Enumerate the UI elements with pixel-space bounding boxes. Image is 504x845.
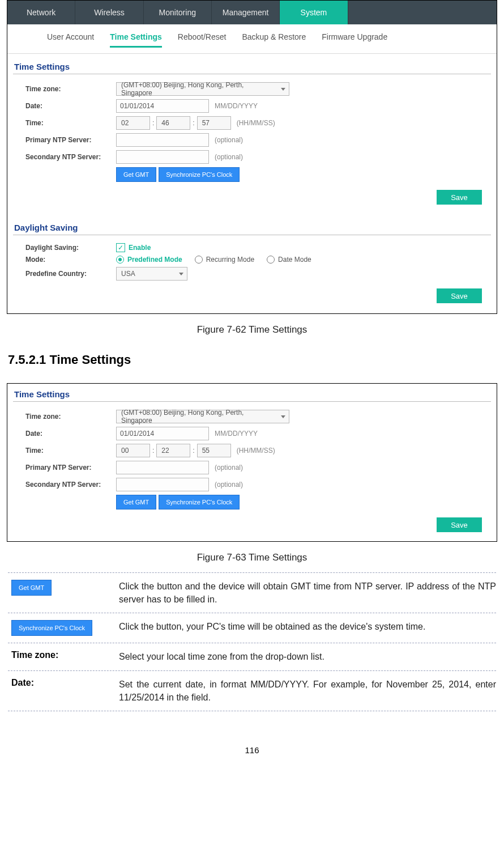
date-input[interactable] <box>116 99 209 113</box>
sub-time-settings[interactable]: Time Settings <box>110 30 162 48</box>
figure-1-panel: Network Wireless Monitoring Management S… <box>7 0 497 314</box>
fig2-time-ss-select[interactable]: 55 <box>197 444 231 457</box>
sub-user-account[interactable]: User Account <box>47 30 94 48</box>
fig2-date-label: Date: <box>13 430 116 438</box>
desc-key-timezone: Time zone: <box>11 650 58 660</box>
time-hint: (HH/MM/SS) <box>237 119 275 127</box>
sub-backup-restore[interactable]: Backup & Restore <box>242 30 306 48</box>
primary-ntp-hint: (optional) <box>215 136 243 144</box>
radio-predefined-mode[interactable]: Predefined Mode <box>116 256 182 264</box>
figure-1-caption: Figure 7-62 Time Settings <box>0 324 504 336</box>
nav-system[interactable]: System <box>280 1 348 24</box>
description-table: Get GMT Click the button and the device … <box>8 572 496 711</box>
predefine-country-dropdown[interactable]: USA <box>116 267 187 281</box>
fig2-timezone-dropdown[interactable]: (GMT+08:00) Beijing, Hong Kong, Perth, S… <box>116 410 289 423</box>
enable-checkbox[interactable]: ✓ <box>116 243 125 252</box>
enable-label: Enable <box>129 244 151 252</box>
desc-val-get-gmt: Click the button and the device will obt… <box>119 580 496 606</box>
sub-reboot-reset[interactable]: Reboot/Reset <box>178 30 227 48</box>
time-ss-select[interactable]: 57 <box>197 116 231 130</box>
chevron-down-icon <box>281 415 285 418</box>
nav-network[interactable]: Network <box>7 1 75 24</box>
save-button-daylight[interactable]: Save <box>437 288 482 303</box>
fig2-secondary-ntp-hint: (optional) <box>215 481 243 489</box>
timezone-value: (GMT+08:00) Beijing, Hong Kong, Perth, S… <box>121 81 275 97</box>
radio-recurring-mode[interactable]: Recurring Mode <box>195 256 254 264</box>
daylight-saving-title: Daylight Saving <box>13 217 491 235</box>
desc-key-date: Date: <box>11 678 34 688</box>
primary-ntp-label: Primary NTP Server: <box>13 136 116 144</box>
desc-row-date: Date: Set the current date, in format MM… <box>8 670 496 711</box>
fig2-time-hh-select[interactable]: 00 <box>116 444 150 457</box>
chevron-down-icon <box>281 88 285 91</box>
daylight-saving-section: Daylight Saving Daylight Saving: ✓ Enabl… <box>7 215 497 313</box>
time-mm-select[interactable]: 46 <box>156 116 190 130</box>
date-hint: MM/DD/YYYY <box>215 102 258 110</box>
daylight-saving-label: Daylight Saving: <box>13 244 116 252</box>
radio-date-mode[interactable]: Date Mode <box>267 256 311 264</box>
figure-2-caption: Figure 7-63 Time Settings <box>0 552 504 563</box>
fig2-sync-pc-clock-button[interactable]: Synchronize PC's Clock <box>159 495 240 509</box>
desc-val-timezone: Select your local time zone from the dro… <box>119 650 496 663</box>
secondary-ntp-hint: (optional) <box>215 153 243 161</box>
nav-management[interactable]: Management <box>212 1 280 24</box>
fig2-time-settings-title: Time Settings <box>13 384 491 402</box>
time-hh-select[interactable]: 02 <box>116 116 150 130</box>
desc-row-timezone: Time zone: Select your local time zone f… <box>8 643 496 670</box>
desc-key-get-gmt-button: Get GMT <box>11 580 52 596</box>
sub-firmware-upgrade[interactable]: Firmware Upgrade <box>322 30 387 48</box>
date-label: Date: <box>13 102 116 110</box>
page-number: 116 <box>0 745 504 755</box>
desc-val-sync-pc: Click the button, your PC's time will be… <box>119 620 496 636</box>
time-label: Time: <box>13 119 116 127</box>
timezone-label: Time zone: <box>13 85 116 93</box>
fig2-save-button[interactable]: Save <box>437 517 482 532</box>
sync-pc-clock-button[interactable]: Synchronize PC's Clock <box>159 167 240 182</box>
desc-key-sync-pc-button: Synchronize PC's Clock <box>11 620 92 636</box>
desc-val-date: Set the current date, in format MM/DD/YY… <box>119 678 496 704</box>
figure-2-panel: Time Settings Time zone: (GMT+08:00) Bei… <box>7 383 497 542</box>
fig2-primary-ntp-hint: (optional) <box>215 464 243 472</box>
fig2-primary-ntp-input[interactable] <box>116 461 209 474</box>
mode-label: Mode: <box>13 256 116 264</box>
fig2-get-gmt-button[interactable]: Get GMT <box>116 495 156 509</box>
get-gmt-button[interactable]: Get GMT <box>116 167 156 182</box>
fig2-date-input[interactable] <box>116 427 209 440</box>
desc-row-sync-pc: Synchronize PC's Clock Click the button,… <box>8 613 496 643</box>
secondary-ntp-label: Secondary NTP Server: <box>13 153 116 161</box>
fig2-secondary-ntp-label: Secondary NTP Server: <box>13 481 116 489</box>
primary-ntp-input[interactable] <box>116 133 209 147</box>
fig2-time-hint: (HH/MM/SS) <box>237 447 275 455</box>
fig2-date-hint: MM/DD/YYYY <box>215 430 258 438</box>
save-button-time[interactable]: Save <box>437 190 482 205</box>
desc-row-get-gmt: Get GMT Click the button and the device … <box>8 572 496 613</box>
nav-wireless[interactable]: Wireless <box>75 1 143 24</box>
predefine-country-label: Predefine Country: <box>13 270 116 278</box>
nav-spacer <box>348 1 497 24</box>
chevron-down-icon <box>179 273 183 275</box>
fig2-secondary-ntp-input[interactable] <box>116 478 209 491</box>
secondary-ntp-input[interactable] <box>116 150 209 164</box>
main-nav: Network Wireless Monitoring Management S… <box>7 1 497 24</box>
fig2-primary-ntp-label: Primary NTP Server: <box>13 464 116 472</box>
fig2-time-mm-select[interactable]: 22 <box>156 444 190 457</box>
fig2-time-label: Time: <box>13 447 116 455</box>
time-settings-title: Time Settings <box>13 56 491 74</box>
timezone-dropdown[interactable]: (GMT+08:00) Beijing, Hong Kong, Perth, S… <box>116 82 289 96</box>
sub-nav: User Account Time Settings Reboot/Reset … <box>7 24 497 54</box>
time-settings-section: Time Settings Time zone: (GMT+08:00) Bei… <box>7 54 497 215</box>
fig2-timezone-label: Time zone: <box>13 413 116 421</box>
section-heading: 7.5.2.1 Time Settings <box>8 353 504 367</box>
nav-monitoring[interactable]: Monitoring <box>144 1 212 24</box>
